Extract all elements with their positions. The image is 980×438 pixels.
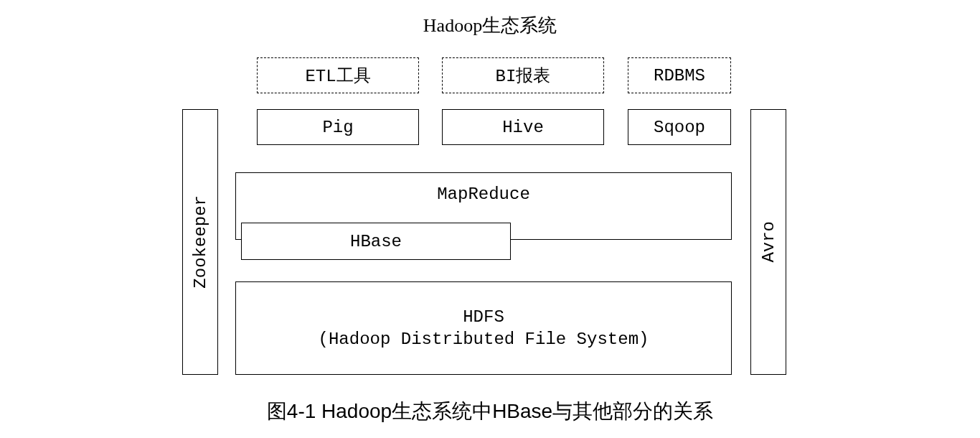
box-sqoop: Sqoop [628, 109, 731, 145]
box-rdbms: RDBMS [628, 57, 731, 93]
box-zookeeper: Zookeeper [182, 109, 218, 375]
box-hdfs: HDFS (Hadoop Distributed File System) [235, 281, 732, 375]
box-hive: Hive [442, 109, 604, 145]
box-hbase: HBase [241, 223, 511, 260]
box-avro: Avro [750, 109, 786, 375]
figure-caption: 图4-1 Hadoop生态系统中HBase与其他部分的关系 [0, 398, 980, 425]
diagram-container: Hadoop生态系统 ETL工具 BI报表 RDBMS Pig Hive Sqo… [0, 0, 980, 438]
hdfs-line2: (Hadoop Distributed File System) [319, 328, 649, 350]
diagram-title: Hadoop生态系统 [0, 13, 980, 38]
box-pig: Pig [257, 109, 419, 145]
box-etl-tools: ETL工具 [257, 57, 419, 93]
zookeeper-label: Zookeeper [191, 195, 210, 289]
hdfs-content: HDFS (Hadoop Distributed File System) [319, 306, 649, 350]
box-bi-report: BI报表 [442, 57, 604, 93]
avro-label: Avro [759, 221, 778, 263]
hdfs-line1: HDFS [319, 306, 649, 328]
